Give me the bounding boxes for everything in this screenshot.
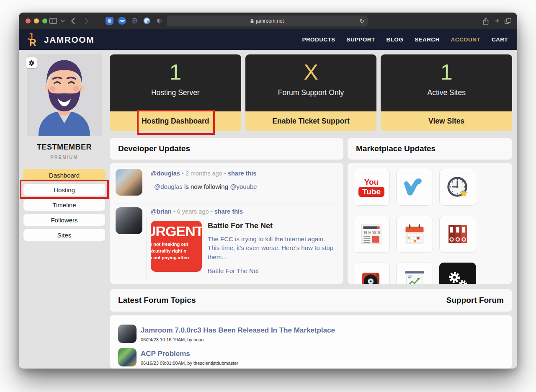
- share-icon[interactable]: [483, 13, 489, 29]
- marketplace-tile-grid: You Tube: [353, 169, 476, 284]
- youtube-icon: You Tube: [358, 178, 384, 197]
- separator: •: [173, 208, 175, 215]
- browser-window: ABP B jamroom.net ↻ + J R: [19, 13, 517, 369]
- hosting-server-count: 1: [169, 61, 181, 83]
- feed-item-1-body: @douglas is now following @youube: [154, 183, 257, 190]
- marketplace-tile-binders[interactable]: [439, 216, 476, 253]
- brand-name[interactable]: JAMROOM: [44, 35, 94, 45]
- topic-1-meta: 06/24/23 10:16:19AM, by brian: [141, 337, 204, 342]
- feed-item-2-header: @brian • 6 years ago • share this: [151, 208, 243, 215]
- marketplace-tile-news[interactable]: NEWS: [353, 216, 390, 253]
- jamroom-logo-icon[interactable]: J R: [25, 32, 40, 48]
- nav-account[interactable]: ACCOUNT: [451, 36, 480, 43]
- marketplace-tile-calendar[interactable]: [396, 216, 433, 253]
- sidebar-item-timeline[interactable]: Timeline: [23, 199, 106, 211]
- profile-avatar[interactable]: [27, 54, 102, 136]
- zoom-window-button[interactable]: [42, 18, 47, 23]
- nav-cart[interactable]: CART: [492, 36, 508, 43]
- marketplace-tile-reports[interactable]: [396, 263, 433, 284]
- hosting-server-label: Hosting Server: [151, 88, 200, 97]
- gears-icon: [445, 268, 471, 284]
- nav-support[interactable]: SUPPORT: [347, 36, 375, 43]
- vimeo-icon: [402, 178, 427, 197]
- douglas-link[interactable]: @douglas: [154, 183, 183, 190]
- reload-icon[interactable]: ↻: [359, 18, 364, 24]
- chevron-down-icon[interactable]: [61, 13, 65, 29]
- brian-avatar[interactable]: [116, 207, 142, 234]
- calendar-icon: [402, 222, 427, 246]
- news-icon: NEWS: [359, 222, 384, 246]
- password-extension-icon[interactable]: B: [130, 17, 138, 25]
- embed-title: Battle For The Net: [208, 222, 338, 230]
- lock-icon: [250, 19, 254, 23]
- topic-2-avatar[interactable]: [118, 348, 137, 366]
- sidebar-item-dashboard[interactable]: Dashboard: [23, 169, 106, 181]
- vpn-extension-icon[interactable]: [106, 17, 113, 25]
- embed-link[interactable]: Battle For The Net: [208, 267, 338, 274]
- forward-button[interactable]: [85, 13, 89, 29]
- separator: •: [224, 170, 226, 177]
- window-controls: [26, 18, 47, 23]
- feed-divider: [114, 204, 339, 204]
- marketplace-tile-audio[interactable]: [353, 263, 390, 284]
- marketplace-tile-system[interactable]: [439, 263, 476, 284]
- svg-text:R: R: [29, 37, 36, 48]
- brian-username-link[interactable]: @brian: [151, 208, 172, 215]
- site-header: J R JAMROOM PRODUCTS SUPPORT BLOG SEARCH…: [19, 29, 517, 50]
- nav-products[interactable]: PRODUCTS: [302, 36, 335, 43]
- developer-updates-title: Developer Updates: [118, 144, 190, 153]
- topic-2-title-link[interactable]: ACP Problems: [141, 350, 190, 358]
- marketplace-updates-panel: You Tube: [348, 163, 512, 284]
- douglas-username-link[interactable]: @douglas: [151, 170, 180, 177]
- feed-item-1-share-link[interactable]: share this: [228, 170, 257, 177]
- view-sites-button[interactable]: View Sites: [381, 111, 512, 131]
- close-window-button[interactable]: [26, 18, 31, 23]
- stats-row: 1 Hosting Server Hosting Dashboard X For…: [110, 54, 512, 131]
- topic-1-title-link[interactable]: Jamroom 7.0.0rc3 Has Been Released In Th…: [141, 326, 335, 335]
- douglas-avatar[interactable]: [116, 169, 142, 196]
- battle-for-the-net-embed: URGENT e not freaking out Neutrality rig…: [147, 217, 338, 280]
- enable-ticket-support-button[interactable]: Enable Ticket Support: [245, 111, 377, 131]
- nav-blog[interactable]: BLOG: [387, 36, 404, 43]
- support-forum-link[interactable]: Support Forum: [446, 296, 504, 305]
- urgent-image-headline: URGENT: [151, 223, 202, 240]
- adblock-extension-icon[interactable]: ABP: [118, 17, 126, 25]
- privacy-extension-icon[interactable]: [143, 17, 151, 25]
- new-tab-icon[interactable]: +: [495, 13, 500, 29]
- youube-link[interactable]: @youube: [230, 183, 257, 190]
- stat-card-hosting-server: 1 Hosting Server Hosting Dashboard: [110, 54, 241, 131]
- active-sites-count: 1: [441, 61, 453, 83]
- sidebar-toggle-icon[interactable]: [49, 13, 57, 29]
- feed-item-1-time: 2 months ago: [186, 170, 222, 177]
- sidebar-item-sites[interactable]: Sites: [23, 229, 106, 241]
- binders-icon: [446, 222, 470, 246]
- sidebar-item-followers[interactable]: Followers: [23, 214, 106, 226]
- main-nav: PRODUCTS SUPPORT BLOG SEARCH ACCOUNT CAR…: [302, 36, 508, 43]
- svg-text:B: B: [133, 19, 135, 22]
- profile-settings-button[interactable]: [26, 57, 37, 68]
- address-bar[interactable]: jamroom.net ↻: [167, 15, 368, 26]
- minimize-window-button[interactable]: [34, 18, 39, 23]
- urgent-image: URGENT e not freaking out Neutrality rig…: [151, 221, 202, 272]
- topic-1-avatar[interactable]: [118, 325, 137, 343]
- feed-item-2-share-link[interactable]: share this: [214, 208, 243, 215]
- profile-tier-badge: PREMIUM: [19, 155, 110, 160]
- marketplace-tile-scheduler[interactable]: [439, 169, 476, 206]
- embed-description: The FCC is trying to kill the Internet a…: [208, 235, 338, 261]
- hosting-dashboard-button[interactable]: Hosting Dashboard: [110, 111, 241, 131]
- developer-updates-feed: @douglas • 2 months ago • share this @do…: [110, 163, 343, 284]
- nav-search[interactable]: SEARCH: [415, 36, 439, 43]
- developer-updates-header: Developer Updates: [110, 138, 343, 160]
- marketplace-tile-youtube[interactable]: You Tube: [353, 169, 390, 206]
- shield-extension-icon[interactable]: [155, 17, 163, 25]
- sidebar-item-hosting[interactable]: Hosting: [23, 183, 106, 196]
- marketplace-tile-vimeo[interactable]: [396, 169, 433, 206]
- separator: •: [182, 170, 184, 177]
- forum-support-value: X: [304, 61, 318, 83]
- feed-item-2-time: 6 years ago: [177, 208, 209, 215]
- follow-text: is now following: [183, 183, 230, 190]
- tab-overview-icon[interactable]: [505, 13, 511, 29]
- clock-star-icon: [445, 174, 471, 200]
- back-button[interactable]: [71, 13, 75, 29]
- marketplace-updates-header: Marketplace Updates: [348, 138, 512, 160]
